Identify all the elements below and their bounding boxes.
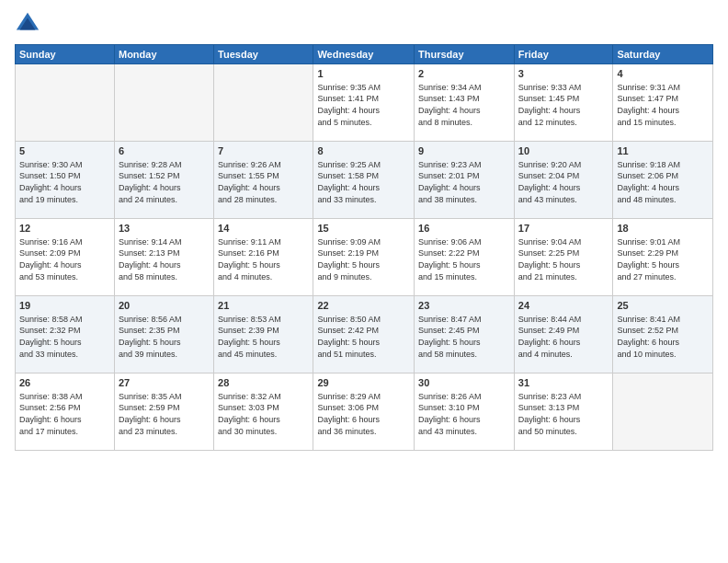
calendar-cell: 23Sunrise: 8:47 AM Sunset: 2:45 PM Dayli… (415, 296, 515, 373)
day-number: 5 (19, 144, 110, 158)
day-number: 30 (418, 376, 510, 390)
day-info: Sunrise: 9:04 AM Sunset: 2:25 PM Dayligh… (518, 236, 609, 282)
calendar-cell (114, 64, 213, 142)
day-number: 28 (218, 376, 309, 390)
calendar-cell: 27Sunrise: 8:35 AM Sunset: 2:59 PM Dayli… (114, 373, 213, 451)
day-info: Sunrise: 9:34 AM Sunset: 1:43 PM Dayligh… (418, 82, 510, 128)
page-header (15, 11, 713, 37)
calendar-cell (16, 64, 115, 142)
calendar-cell: 22Sunrise: 8:50 AM Sunset: 2:42 PM Dayli… (313, 296, 415, 373)
day-number: 24 (518, 299, 609, 313)
calendar-cell: 2Sunrise: 9:34 AM Sunset: 1:43 PM Daylig… (415, 64, 515, 142)
day-info: Sunrise: 8:58 AM Sunset: 2:32 PM Dayligh… (19, 314, 110, 360)
day-info: Sunrise: 8:38 AM Sunset: 2:56 PM Dayligh… (19, 391, 110, 437)
day-info: Sunrise: 9:30 AM Sunset: 1:50 PM Dayligh… (19, 159, 110, 205)
day-number: 17 (518, 222, 609, 236)
calendar-cell: 8Sunrise: 9:25 AM Sunset: 1:58 PM Daylig… (313, 142, 415, 219)
day-number: 25 (617, 299, 709, 313)
calendar-cell: 6Sunrise: 9:28 AM Sunset: 1:52 PM Daylig… (114, 142, 213, 219)
day-number: 10 (518, 144, 609, 158)
day-info: Sunrise: 9:25 AM Sunset: 1:58 PM Dayligh… (317, 159, 410, 205)
day-info: Sunrise: 9:26 AM Sunset: 1:55 PM Dayligh… (218, 159, 309, 205)
calendar-cell: 19Sunrise: 8:58 AM Sunset: 2:32 PM Dayli… (16, 296, 115, 373)
day-info: Sunrise: 9:23 AM Sunset: 2:01 PM Dayligh… (418, 159, 510, 205)
day-info: Sunrise: 8:47 AM Sunset: 2:45 PM Dayligh… (418, 314, 510, 360)
weekday-header-tuesday: Tuesday (214, 45, 313, 64)
calendar-week-row: 19Sunrise: 8:58 AM Sunset: 2:32 PM Dayli… (16, 296, 713, 373)
day-info: Sunrise: 9:28 AM Sunset: 1:52 PM Dayligh… (119, 159, 210, 205)
day-number: 9 (418, 144, 510, 158)
calendar-cell: 17Sunrise: 9:04 AM Sunset: 2:25 PM Dayli… (514, 219, 613, 296)
weekday-header-saturday: Saturday (613, 45, 713, 64)
weekday-header-sunday: Sunday (16, 45, 115, 64)
calendar-week-row: 12Sunrise: 9:16 AM Sunset: 2:09 PM Dayli… (16, 219, 713, 296)
day-number: 13 (119, 222, 210, 236)
day-number: 31 (518, 376, 609, 390)
day-number: 23 (418, 299, 510, 313)
day-info: Sunrise: 9:11 AM Sunset: 2:16 PM Dayligh… (218, 236, 309, 282)
calendar-cell: 3Sunrise: 9:33 AM Sunset: 1:45 PM Daylig… (514, 64, 613, 142)
day-info: Sunrise: 8:35 AM Sunset: 2:59 PM Dayligh… (119, 391, 210, 437)
day-number: 12 (19, 222, 110, 236)
calendar-cell (214, 64, 313, 142)
day-number: 18 (617, 222, 709, 236)
day-info: Sunrise: 8:29 AM Sunset: 3:06 PM Dayligh… (317, 391, 410, 437)
day-number: 27 (119, 376, 210, 390)
day-number: 19 (19, 299, 110, 313)
day-info: Sunrise: 9:33 AM Sunset: 1:45 PM Dayligh… (518, 82, 609, 128)
day-number: 26 (19, 376, 110, 390)
day-info: Sunrise: 8:56 AM Sunset: 2:35 PM Dayligh… (119, 314, 210, 360)
day-info: Sunrise: 9:35 AM Sunset: 1:41 PM Dayligh… (317, 82, 410, 128)
calendar-cell: 26Sunrise: 8:38 AM Sunset: 2:56 PM Dayli… (16, 373, 115, 451)
day-info: Sunrise: 8:50 AM Sunset: 2:42 PM Dayligh… (317, 314, 410, 360)
day-info: Sunrise: 9:31 AM Sunset: 1:47 PM Dayligh… (617, 82, 709, 128)
calendar-cell: 21Sunrise: 8:53 AM Sunset: 2:39 PM Dayli… (214, 296, 313, 373)
calendar-table: SundayMondayTuesdayWednesdayThursdayFrid… (15, 44, 713, 451)
day-number: 20 (119, 299, 210, 313)
day-info: Sunrise: 8:26 AM Sunset: 3:10 PM Dayligh… (418, 391, 510, 437)
calendar-cell: 15Sunrise: 9:09 AM Sunset: 2:19 PM Dayli… (313, 219, 415, 296)
calendar-cell: 30Sunrise: 8:26 AM Sunset: 3:10 PM Dayli… (415, 373, 515, 451)
calendar-week-row: 26Sunrise: 8:38 AM Sunset: 2:56 PM Dayli… (16, 373, 713, 451)
day-info: Sunrise: 8:23 AM Sunset: 3:13 PM Dayligh… (518, 391, 609, 437)
calendar-cell: 10Sunrise: 9:20 AM Sunset: 2:04 PM Dayli… (514, 142, 613, 219)
day-number: 6 (119, 144, 210, 158)
calendar-cell (613, 373, 713, 451)
calendar-cell: 24Sunrise: 8:44 AM Sunset: 2:49 PM Dayli… (514, 296, 613, 373)
logo-icon (15, 11, 40, 37)
calendar-cell: 16Sunrise: 9:06 AM Sunset: 2:22 PM Dayli… (415, 219, 515, 296)
day-info: Sunrise: 8:53 AM Sunset: 2:39 PM Dayligh… (218, 314, 309, 360)
day-number: 3 (518, 67, 609, 81)
day-info: Sunrise: 8:44 AM Sunset: 2:49 PM Dayligh… (518, 314, 609, 360)
calendar-cell: 13Sunrise: 9:14 AM Sunset: 2:13 PM Dayli… (114, 219, 213, 296)
day-number: 7 (218, 144, 309, 158)
day-number: 29 (317, 376, 410, 390)
day-info: Sunrise: 8:41 AM Sunset: 2:52 PM Dayligh… (617, 314, 709, 360)
calendar-cell: 12Sunrise: 9:16 AM Sunset: 2:09 PM Dayli… (16, 219, 115, 296)
calendar-cell: 4Sunrise: 9:31 AM Sunset: 1:47 PM Daylig… (613, 64, 713, 142)
calendar-cell: 9Sunrise: 9:23 AM Sunset: 2:01 PM Daylig… (415, 142, 515, 219)
weekday-header-row: SundayMondayTuesdayWednesdayThursdayFrid… (16, 45, 713, 64)
day-number: 8 (317, 144, 410, 158)
calendar-week-row: 1Sunrise: 9:35 AM Sunset: 1:41 PM Daylig… (16, 64, 713, 142)
day-info: Sunrise: 9:06 AM Sunset: 2:22 PM Dayligh… (418, 236, 510, 282)
day-info: Sunrise: 8:32 AM Sunset: 3:03 PM Dayligh… (218, 391, 309, 437)
weekday-header-friday: Friday (514, 45, 613, 64)
weekday-header-thursday: Thursday (415, 45, 515, 64)
calendar-cell: 18Sunrise: 9:01 AM Sunset: 2:29 PM Dayli… (613, 219, 713, 296)
day-number: 11 (617, 144, 709, 158)
calendar-cell: 5Sunrise: 9:30 AM Sunset: 1:50 PM Daylig… (16, 142, 115, 219)
day-number: 2 (418, 67, 510, 81)
calendar-cell: 7Sunrise: 9:26 AM Sunset: 1:55 PM Daylig… (214, 142, 313, 219)
day-info: Sunrise: 9:01 AM Sunset: 2:29 PM Dayligh… (617, 236, 709, 282)
calendar-cell: 25Sunrise: 8:41 AM Sunset: 2:52 PM Dayli… (613, 296, 713, 373)
calendar-cell: 14Sunrise: 9:11 AM Sunset: 2:16 PM Dayli… (214, 219, 313, 296)
day-info: Sunrise: 9:16 AM Sunset: 2:09 PM Dayligh… (19, 236, 110, 282)
day-number: 16 (418, 222, 510, 236)
day-number: 15 (317, 222, 410, 236)
calendar-cell: 28Sunrise: 8:32 AM Sunset: 3:03 PM Dayli… (214, 373, 313, 451)
calendar-cell: 31Sunrise: 8:23 AM Sunset: 3:13 PM Dayli… (514, 373, 613, 451)
day-number: 22 (317, 299, 410, 313)
calendar-week-row: 5Sunrise: 9:30 AM Sunset: 1:50 PM Daylig… (16, 142, 713, 219)
calendar-cell: 11Sunrise: 9:18 AM Sunset: 2:06 PM Dayli… (613, 142, 713, 219)
